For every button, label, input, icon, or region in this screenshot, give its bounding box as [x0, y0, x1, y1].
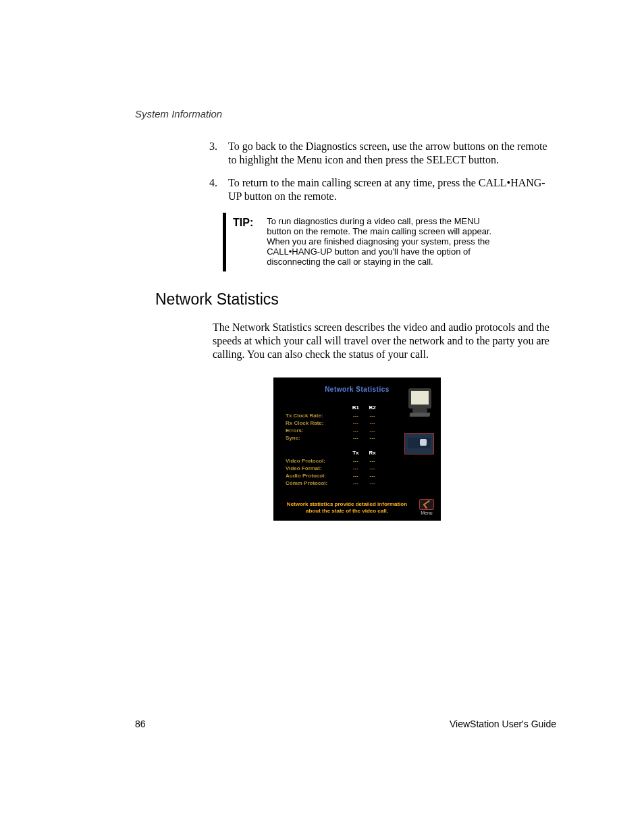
table-row: Rx Clock Rate:------ [283, 419, 381, 427]
screenshot-caption: Network statistics provide detailed info… [283, 501, 411, 513]
cell-value: --- [364, 465, 381, 472]
table-row: Errors:------ [283, 427, 381, 434]
list-number: 4. [209, 176, 228, 203]
menu-label: Menu [419, 511, 434, 515]
list-item: 4. To return to the main calling screen … [209, 176, 556, 203]
list-item: 3. To go back to the Diagnostics screen,… [209, 140, 556, 167]
document-page: System Information 3. To go back to the … [0, 0, 644, 834]
row-label: Errors: [283, 427, 347, 434]
table-row: Sync:------ [283, 434, 381, 442]
table-row: Tx Clock Rate:------ [283, 412, 381, 419]
tip-callout: TIP: To run diagnostics during a video c… [223, 213, 507, 271]
cell-value: --- [364, 434, 381, 442]
row-label: Audio Protocol: [283, 472, 347, 479]
video-preview-icon [404, 433, 434, 454]
caption-line: about the state of the video call. [283, 508, 411, 514]
network-statistics-screenshot: Network Statistics B1 B2 Tx Clock Rate:-… [273, 377, 441, 521]
col-header: B2 [364, 403, 381, 412]
cell-value: --- [347, 419, 364, 427]
row-label: Video Format: [283, 465, 347, 472]
table-row: Comm Protocol:------ [283, 479, 381, 487]
row-label: Sync: [283, 434, 347, 442]
cell-value: --- [364, 457, 381, 465]
cell-value: --- [347, 427, 364, 434]
row-label: Rx Clock Rate: [283, 419, 347, 427]
table-row: Video Format:------ [283, 465, 381, 472]
row-label: Tx Clock Rate: [283, 412, 347, 419]
col-header: Rx [364, 448, 381, 457]
row-label: Video Protocol: [283, 457, 347, 465]
cell-value: --- [364, 412, 381, 419]
cell-value: --- [364, 419, 381, 427]
cell-value: --- [347, 457, 364, 465]
col-header: Tx [347, 448, 364, 457]
cell-value: --- [364, 427, 381, 434]
cell-value: --- [347, 465, 364, 472]
document-title: ViewStation User's Guide [450, 719, 556, 729]
cell-value: --- [347, 412, 364, 419]
col-header: B1 [347, 403, 364, 412]
list-number: 3. [209, 140, 228, 167]
computer-icon [406, 388, 434, 418]
back-arrow-icon [419, 499, 434, 510]
cell-value: --- [347, 479, 364, 487]
row-label: Comm Protocol: [283, 479, 347, 487]
tip-label: TIP: [233, 217, 253, 267]
cell-value: --- [364, 472, 381, 479]
numbered-list: 3. To go back to the Diagnostics screen,… [209, 140, 556, 203]
stats-table: B1 B2 Tx Clock Rate:------ Rx Clock Rate… [283, 403, 381, 487]
cell-value: --- [347, 472, 364, 479]
cell-value: --- [347, 434, 364, 442]
section-breadcrumb: System Information [135, 108, 556, 120]
page-number: 86 [135, 719, 146, 729]
list-text: To go back to the Diagnostics screen, us… [228, 140, 556, 167]
body-paragraph: The Network Statistics screen describes … [213, 321, 556, 361]
list-text: To return to the main calling screen at … [228, 176, 556, 203]
tip-text: To run diagnostics during a video call, … [267, 217, 503, 267]
cell-value: --- [364, 479, 381, 487]
table-row: Audio Protocol:------ [283, 472, 381, 479]
caption-line: Network statistics provide detailed info… [283, 501, 411, 507]
table-row: Video Protocol:------ [283, 457, 381, 465]
page-footer: 86 ViewStation User's Guide [135, 719, 556, 729]
section-heading: Network Statistics [155, 290, 556, 309]
menu-button[interactable]: Menu [419, 499, 434, 515]
